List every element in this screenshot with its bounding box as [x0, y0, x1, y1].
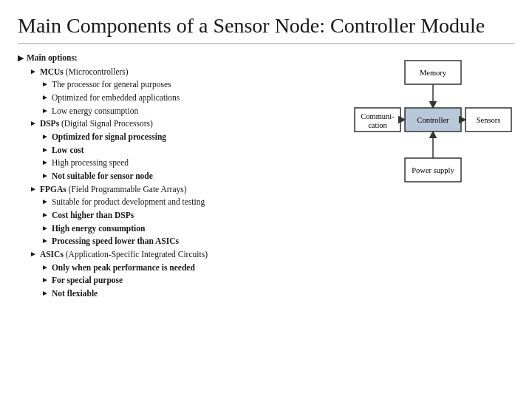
list-item: ► Optimized for signal processing [41, 131, 344, 143]
list-item: ► High processing speed [41, 157, 344, 169]
list-item: ► The processor for general purposes [41, 78, 344, 91]
sub-item: Optimized for embedded applications [52, 92, 344, 104]
sub-item: Not suitable for sensor node [52, 170, 344, 183]
list-item: ► Only when peak performance is needed [41, 262, 344, 274]
sub-item: High energy consumption [52, 222, 344, 235]
power-supply-label: Power supply [412, 166, 454, 174]
list-item: ► Cost higher than DSPs [41, 209, 344, 222]
page: Main Components of a Sensor Node: Contro… [0, 0, 532, 399]
bullet-arrow: ► [41, 262, 49, 273]
list-item: ► Low energy consumption [41, 105, 344, 117]
bullet-arrow: ► [41, 288, 49, 299]
list-item: ► Optimized for embedded applications [41, 92, 344, 104]
main-bullet-label: Main options: [27, 52, 344, 64]
sub-item: High processing speed [52, 157, 344, 169]
list-item: ► High energy consumption [41, 222, 344, 235]
bullet-arrow: ► [41, 171, 49, 182]
bullet-arrow: ► [30, 118, 37, 129]
sub-item: The processor for general purposes [52, 78, 344, 91]
page-title: Main Components of a Sensor Node: Contro… [18, 13, 514, 44]
bullet-arrow: ► [41, 79, 49, 90]
bullet-arrow: ► [41, 210, 49, 221]
list-item: ► Low cost [41, 144, 344, 157]
communication-label: Communi- [361, 112, 395, 120]
sub-item: Suitable for product development and tes… [52, 196, 344, 208]
bullet-arrow: ► [41, 145, 49, 156]
svg-text:cation: cation [368, 121, 387, 129]
bullet-arrow: ▶ [18, 52, 24, 64]
item-label: FPGAs (Field Programmable Gate Arrays) [40, 183, 344, 196]
bullet-arrow: ► [30, 66, 37, 78]
item-label: MCUs (Microcontrollers) [40, 66, 344, 78]
list-item: ► Not flexiable [41, 287, 344, 300]
list-item: ► MCUs (Microcontrollers) [30, 66, 344, 78]
item-label: DSPs (Digital Signal Processors) [40, 117, 344, 130]
sub-item: Not flexiable [52, 287, 344, 300]
component-diagram: Memory Controller Communi- cation Sensor… [352, 55, 514, 232]
item-label: ASICs (Application-Specific Integrated C… [40, 248, 344, 261]
list-item: ► Not suitable for sensor node [41, 170, 344, 183]
memory-label: Memory [420, 69, 447, 77]
list-item: ► DSPs (Digital Signal Processors) [30, 117, 344, 130]
bullet-arrow: ► [41, 132, 49, 143]
sensors-label: Sensors [477, 116, 501, 124]
bullet-arrow: ► [41, 157, 49, 168]
bullet-arrow: ► [41, 197, 49, 208]
list-item: ► For special purpose [41, 274, 344, 287]
sub-item: Processing speed lower than ASICs [52, 235, 344, 248]
sub-item: For special purpose [52, 274, 344, 287]
bullet-arrow: ► [41, 106, 49, 117]
sub-item: Optimized for signal processing [52, 131, 344, 143]
bullet-arrow: ► [30, 184, 37, 195]
list-item: ► FPGAs (Field Programmable Gate Arrays) [30, 183, 344, 196]
bullet-arrow: ► [41, 92, 49, 103]
content-area: ▶ Main options: ► MCUs (Microcontrollers… [18, 52, 514, 301]
bullet-arrow: ► [41, 236, 49, 247]
list-item: ► Suitable for product development and t… [41, 196, 344, 208]
sub-item: Cost higher than DSPs [52, 209, 344, 222]
list-item: ► ASICs (Application-Specific Integrated… [30, 248, 344, 261]
list-item: ► Processing speed lower than ASICs [41, 235, 344, 248]
bullet-arrow: ► [41, 223, 49, 234]
controller-label: Controller [417, 116, 449, 124]
sub-item: Low cost [52, 144, 344, 157]
text-column: ▶ Main options: ► MCUs (Microcontrollers… [18, 52, 344, 301]
sub-item: Low energy consumption [52, 105, 344, 117]
sub-item: Only when peak performance is needed [52, 262, 344, 274]
bullet-arrow: ► [41, 275, 49, 286]
main-bullet: ▶ Main options: [18, 52, 344, 64]
bullet-arrow: ► [30, 249, 37, 260]
